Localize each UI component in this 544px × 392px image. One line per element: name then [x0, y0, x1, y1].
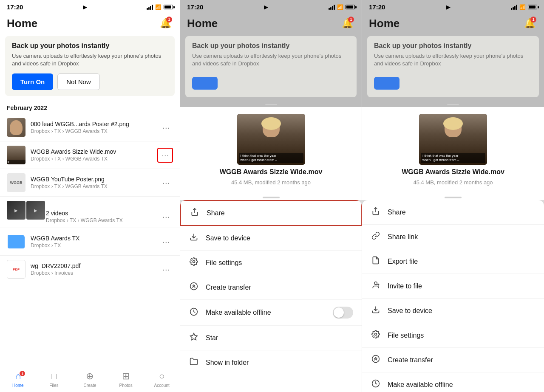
invite-icon [371, 281, 381, 291]
more-options-button[interactable]: ··· [159, 121, 173, 134]
more-options-button-highlighted[interactable]: ··· [157, 148, 173, 163]
file-settings-icon-3 [371, 330, 381, 341]
wifi-icon-3: 📶 [519, 4, 526, 10]
file-info: 2 videos Dropbox › TX › WGGB Awards TX [46, 210, 154, 223]
export-file-menu-item[interactable]: Export file [362, 249, 544, 274]
list-item[interactable]: WGGB WGGB YouTube Poster.png Dropbox › T… [0, 169, 180, 197]
backup-banner-3: Back up your photos instantly Use camera… [367, 36, 539, 97]
notifications-button-1[interactable]: 🔔 1 [158, 16, 173, 31]
page-title-3: Home [369, 17, 400, 30]
battery-icon-3 [528, 5, 537, 9]
folder-icon [189, 357, 199, 368]
list-item[interactable]: PDF wg_DRV22007.pdf Dropbox › Invoices ·… [0, 256, 180, 283]
lady-hair-2 [261, 117, 281, 130]
file-list-1: 000 lead WGGB...ards Poster #2.png Dropb… [0, 114, 180, 368]
more-options-button[interactable]: ··· [159, 263, 173, 276]
progress-indicator-3 [362, 102, 544, 107]
not-now-button[interactable]: Not Now [57, 73, 100, 90]
save-device-icon-3 [371, 305, 381, 316]
more-options-button[interactable]: ··· [159, 235, 173, 248]
file-thumbnail: ▶ [7, 146, 26, 164]
file-path: Dropbox › Invoices [31, 270, 154, 276]
file-card-2: I think that was the yearwhen I got thru… [180, 107, 362, 192]
nav-account[interactable]: ○ Account [144, 371, 180, 388]
file-card-name-3: WGGB Awards Sizzle Wide.mov [402, 168, 504, 176]
sheet-handle-2 [180, 192, 362, 200]
share-label-3: Share [388, 209, 536, 216]
page-title-2: Home [187, 17, 218, 30]
offline-icon-3 [371, 379, 381, 390]
invite-to-file-menu-item[interactable]: Invite to file [362, 274, 544, 299]
turn-on-button[interactable]: Turn On [12, 73, 53, 90]
file-settings-menu-item-3[interactable]: File settings [362, 323, 544, 348]
wifi-icon: 📶 [155, 4, 162, 10]
more-options-button[interactable]: ··· [159, 210, 173, 223]
banner-buttons-1: Turn On Not Now [12, 73, 168, 90]
sheet-handle-3 [362, 192, 544, 200]
context-menu-2: Share Save to device [180, 200, 362, 392]
file-info: 000 lead WGGB...ards Poster #2.png Dropb… [31, 121, 154, 134]
export-icon [371, 256, 381, 267]
share-menu-item[interactable]: Share [180, 200, 362, 226]
banner-description-1: Use camera uploads to effortlessly keep … [12, 52, 168, 68]
location-icon-3: ▶ [446, 4, 450, 10]
notifications-button-3[interactable]: 🔔 1 [522, 16, 537, 31]
signal-icon-2 [329, 5, 335, 10]
notifications-button-2[interactable]: 🔔 1 [340, 16, 355, 31]
banner-description-3: Use camera uploads to effortlessly keep … [374, 52, 532, 68]
create-transfer-menu-item-3[interactable]: Create transfer [362, 348, 544, 372]
share-link-label: Share link [388, 233, 536, 241]
progress-indicator-2 [180, 102, 362, 107]
offline-icon [189, 307, 199, 318]
app-header-2: Home 🔔 1 [180, 12, 362, 36]
nav-home-badge: 1 [20, 371, 25, 376]
signal-icon [147, 5, 153, 10]
list-item[interactable]: 000 lead WGGB...ards Poster #2.png Dropb… [0, 114, 180, 141]
more-options-button[interactable]: ··· [159, 176, 173, 189]
battery-icon [164, 5, 173, 9]
file-thumbnail: WGGB [7, 173, 26, 192]
banner-title-1: Back up your photos instantly [12, 42, 168, 50]
nav-create[interactable]: ⊕ Create [72, 371, 108, 388]
file-name: WGGB Awards Sizzle Wide.mov [31, 148, 152, 155]
star-icon [189, 333, 199, 343]
wifi-icon-2: 📶 [337, 4, 343, 10]
signal-icon-3 [511, 5, 517, 10]
save-to-device-menu-item-3[interactable]: Save to device [362, 299, 544, 323]
offline-menu-item[interactable]: Make available offline [180, 300, 362, 326]
share-label: Share [207, 209, 352, 217]
nav-home[interactable]: ⌂ 1 Home [0, 371, 36, 388]
show-in-folder-menu-item[interactable]: Show in folder [180, 350, 362, 375]
banner-description-2: Use camera uploads to effortlessly keep … [192, 52, 350, 68]
file-path: Dropbox › TX › WGGB Awards TX [31, 156, 152, 162]
panel-left: 17:20 ▶ 📶 Home 🔔 1 Back up your photos [0, 0, 180, 392]
transfer-icon-3 [371, 355, 381, 365]
star-menu-item[interactable]: Star [180, 326, 362, 350]
list-item[interactable]: WGGB Awards TX Dropbox › TX ··· [0, 228, 180, 256]
create-transfer-menu-item[interactable]: Create transfer [180, 275, 362, 300]
page-title-1: Home [7, 17, 37, 30]
share-link-menu-item[interactable]: Share link [362, 225, 544, 249]
offline-toggle[interactable] [333, 307, 353, 319]
app-header-3: Home 🔔 1 [362, 12, 544, 36]
offline-menu-item-3[interactable]: Make available offline [362, 372, 544, 392]
file-name: WGGB Awards TX [31, 235, 154, 242]
file-path: Dropbox › TX [31, 243, 154, 248]
status-bar-2: 17:20 ▶ 📶 [180, 0, 362, 12]
notification-badge-1: 1 [166, 17, 172, 23]
invite-to-file-label: Invite to file [388, 282, 536, 290]
show-in-folder-label: Show in folder [206, 359, 353, 367]
nav-photos[interactable]: ⊞ Photos [108, 371, 144, 388]
panel-middle: 17:20 ▶ 📶 Home 🔔 [180, 0, 362, 392]
video-caption-3: I think that was the yearwhen I got thru… [421, 153, 485, 164]
banner-title-2: Back up your photos instantly [192, 42, 350, 50]
nav-files[interactable]: □ Files [36, 371, 72, 388]
create-transfer-label: Create transfer [206, 284, 353, 291]
file-info: WGGB Awards TX Dropbox › TX [31, 235, 154, 248]
list-item[interactable]: ▶ WGGB Awards Sizzle Wide.mov Dropbox › … [0, 141, 180, 169]
share-menu-item-3[interactable]: Share [362, 200, 544, 225]
location-icon-2: ▶ [264, 4, 268, 10]
toggle-knob [334, 307, 344, 318]
save-to-device-menu-item[interactable]: Save to device [180, 226, 362, 251]
file-settings-menu-item[interactable]: File settings [180, 251, 362, 275]
